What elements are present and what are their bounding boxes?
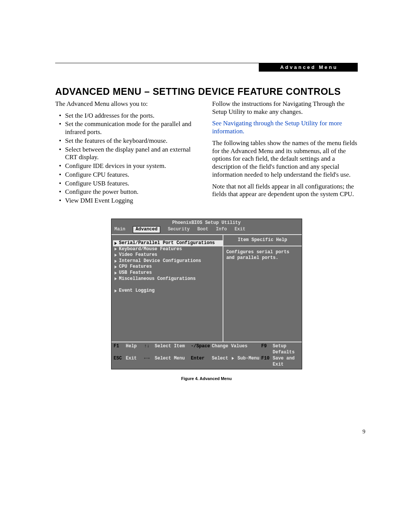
bios-footer: F1 Help ↑↓ Select Item -/Space Change Va… <box>112 342 302 369</box>
submenu-label: Serial/Parallel Port Configurations <box>119 240 215 246</box>
key-enter: Enter <box>191 356 212 367</box>
submenu-label: Event Logging <box>119 288 155 294</box>
lab-setup-defaults: Setup Defaults <box>273 343 299 355</box>
list-item: Configure CPU features. <box>62 171 201 179</box>
triangle-icon <box>115 260 117 263</box>
triangle-icon <box>115 242 117 245</box>
submenu-event-logging[interactable]: Event Logging <box>113 288 223 294</box>
feature-list: Set the I/O addresses for the ports. Set… <box>55 112 201 205</box>
list-item: Set the features of the keyboard/mouse. <box>62 137 201 145</box>
triangle-icon <box>115 277 117 280</box>
lab-select-menu: Select Menu <box>155 356 191 367</box>
triangle-icon <box>115 289 117 292</box>
submenu-keyboard-mouse[interactable]: Keyboard/Mouse Features <box>113 246 223 252</box>
nav-link[interactable]: See Navigating through the Setup Utility… <box>212 120 342 135</box>
key-f9: F9 <box>261 343 273 355</box>
key-esc: ESC <box>114 356 126 367</box>
help-body: Configures serial ports and parallel por… <box>223 246 302 264</box>
lab-save-exit: Save and Exit <box>273 356 299 367</box>
key-f1: F1 <box>114 343 126 355</box>
list-item: Set the I/O addresses for the ports. <box>62 112 201 120</box>
left-column: The Advanced Menu allows you to: Set the… <box>55 100 201 206</box>
right-p1: Follow the instructions for Navigating T… <box>212 100 358 116</box>
submenu-internal-device[interactable]: Internal Device Configurations <box>113 258 223 264</box>
list-item: Configure USB features. <box>62 180 201 188</box>
lab-select-item: Select Item <box>155 343 191 355</box>
submenu-video[interactable]: Video Features <box>113 252 223 258</box>
lab-select-submenu: Select Sub-Menu <box>212 356 261 367</box>
submenu-usb[interactable]: USB Features <box>113 270 223 276</box>
bios-figure: PhoenixBIOS Setup Utility Main Advanced … <box>55 219 358 381</box>
triangle-icon <box>232 357 234 360</box>
bios-title: PhoenixBIOS Setup Utility <box>112 219 302 227</box>
submenu-serial-parallel[interactable]: Serial/Parallel Port Configurations <box>113 240 223 246</box>
key-f10: F10 <box>261 356 273 367</box>
list-item: Configure IDE devices in your system. <box>62 162 201 170</box>
page-number: 9 <box>363 428 366 435</box>
bios-menubar: Main Advanced Security Boot Info Exit <box>112 227 302 234</box>
right-p2: The following tables show the names of t… <box>212 139 358 179</box>
help-title: Item Specific Help <box>223 235 302 246</box>
page-title: ADVANCED MENU – SETTING DEVICE FEATURE C… <box>55 86 358 97</box>
lab-help: Help <box>126 343 144 355</box>
submenu-cpu[interactable]: CPU Features <box>113 264 223 270</box>
lab-change-values: Change Values <box>212 343 261 355</box>
submenu-label: CPU Features <box>119 264 152 270</box>
key-leftright: ←→ <box>144 356 155 367</box>
key-minus-space: -/Space <box>191 343 212 355</box>
submenu-misc[interactable]: Miscellaneous Configurations <box>113 276 223 282</box>
bios-window: PhoenixBIOS Setup Utility Main Advanced … <box>111 219 302 370</box>
header-row: Advanced Menu <box>55 63 358 72</box>
body-columns: The Advanced Menu allows you to: Set the… <box>55 100 358 206</box>
triangle-icon <box>115 265 117 268</box>
submenu-label: Miscellaneous Configurations <box>119 276 196 282</box>
triangle-icon <box>115 254 117 257</box>
left-intro: The Advanced Menu allows you to: <box>55 100 201 108</box>
right-p3: Note that not all fields appear in all c… <box>212 183 358 198</box>
tab-boot[interactable]: Boot <box>198 227 209 233</box>
triangle-icon <box>115 272 117 275</box>
gap <box>113 282 223 288</box>
submenu-label: USB Features <box>119 270 152 276</box>
tab-security[interactable]: Security <box>168 227 190 233</box>
list-item: View DMI Event Logging <box>62 197 201 205</box>
bios-right-pane: Item Specific Help Configures serial por… <box>223 235 302 342</box>
right-column: Follow the instructions for Navigating T… <box>212 100 358 206</box>
tab-main[interactable]: Main <box>115 227 126 233</box>
tab-info[interactable]: Info <box>216 227 227 233</box>
list-item: Set the communication mode for the paral… <box>62 120 201 136</box>
bios-left-pane: Serial/Parallel Port Configurations Keyb… <box>112 235 223 342</box>
list-item: Select between the display panel and an … <box>62 146 201 161</box>
submenu-label: Internal Device Configurations <box>119 258 201 264</box>
section-tag: Advanced Menu <box>259 63 358 72</box>
triangle-icon <box>115 248 117 251</box>
page: Advanced Menu ADVANCED MENU – SETTING DE… <box>0 0 411 532</box>
lab-exit: Exit <box>126 356 144 367</box>
tab-advanced[interactable]: Advanced <box>133 226 160 233</box>
list-item: Configure the power button. <box>62 188 201 196</box>
submenu-label: Keyboard/Mouse Features <box>119 246 182 252</box>
figure-caption: Figure 4. Advanced Menu <box>181 376 232 381</box>
submenu-label: Video Features <box>119 252 158 258</box>
bios-body: Serial/Parallel Port Configurations Keyb… <box>112 234 302 342</box>
key-updown: ↑↓ <box>144 343 155 355</box>
tab-exit[interactable]: Exit <box>234 227 245 233</box>
